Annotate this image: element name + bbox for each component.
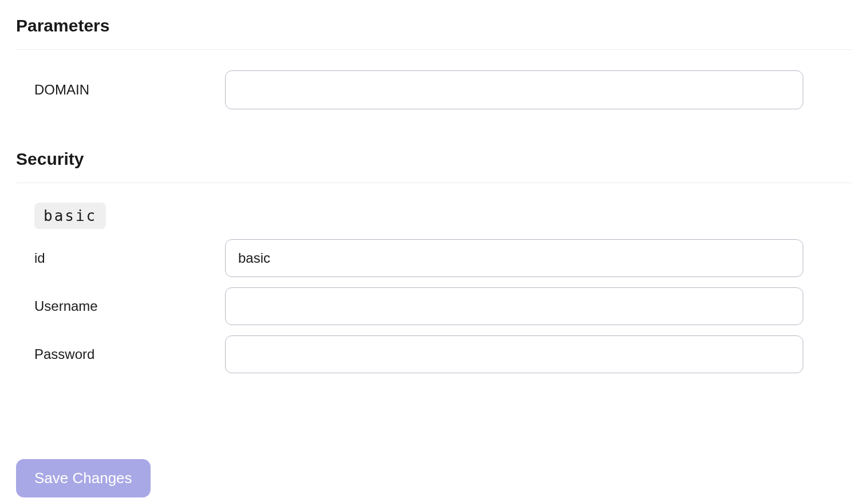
domain-field-row: DOMAIN <box>16 70 852 109</box>
id-label: id <box>16 250 225 266</box>
parameters-heading: Parameters <box>16 16 852 50</box>
security-heading: Security <box>16 149 852 183</box>
domain-input[interactable] <box>225 70 803 109</box>
username-label: Username <box>16 298 225 314</box>
domain-label: DOMAIN <box>16 82 225 98</box>
parameters-section: Parameters DOMAIN <box>16 16 852 109</box>
password-input[interactable] <box>225 335 803 373</box>
id-input[interactable] <box>225 239 803 277</box>
password-field-row: Password <box>16 335 852 373</box>
security-section: Security basic id Username Password <box>16 149 852 373</box>
security-scheme-pill: basic <box>34 203 106 229</box>
username-input[interactable] <box>225 287 803 325</box>
password-label: Password <box>16 346 225 362</box>
save-changes-button[interactable]: Save Changes <box>16 459 151 497</box>
security-scheme-row: basic <box>16 203 852 229</box>
id-field-row: id <box>16 239 852 277</box>
username-field-row: Username <box>16 287 852 325</box>
